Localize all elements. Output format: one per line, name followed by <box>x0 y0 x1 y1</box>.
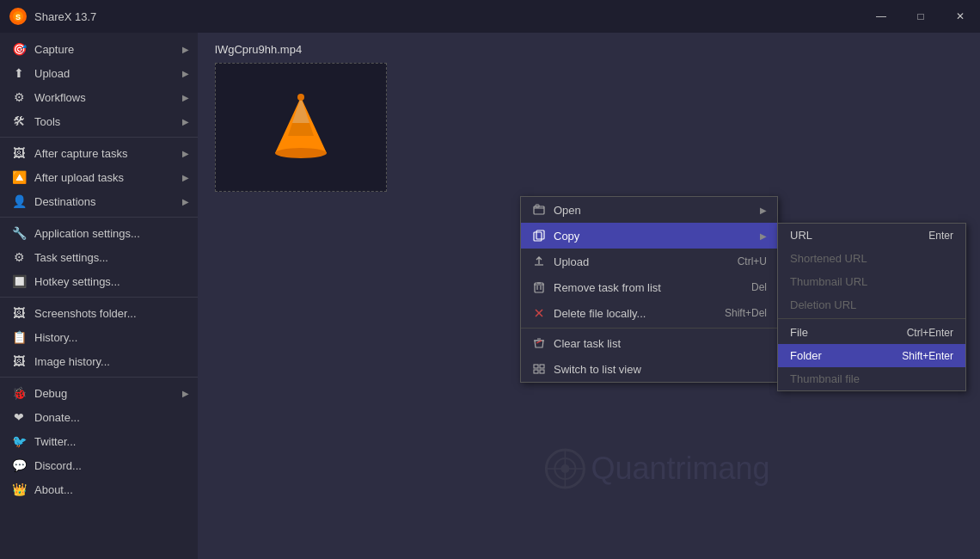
ctx-switch-view-label: Switch to list view <box>554 363 767 376</box>
copy-icon <box>531 228 547 243</box>
svg-point-9 <box>546 450 584 488</box>
svg-marker-6 <box>288 97 314 136</box>
ctx-open[interactable]: Open ▶ <box>521 197 777 223</box>
twitter-icon: 🐦 <box>10 434 28 448</box>
file-thumbnail <box>215 63 387 192</box>
sidebar-item-hotkey-settings[interactable]: 🔲 Hotkey settings... <box>0 269 198 293</box>
submenu-url-label: URL <box>790 229 928 242</box>
submenu-deletion-url: Deletion URL <box>778 293 965 316</box>
sidebar-item-image-history[interactable]: 🖼 Image history... <box>0 349 198 373</box>
svg-rect-23 <box>534 370 538 373</box>
after-capture-icon: 🖼 <box>10 146 28 160</box>
arrow-icon: ▶ <box>182 149 189 158</box>
content-area: lWgCpru9hh.mp4 <box>198 33 980 559</box>
history-icon: 📋 <box>10 330 28 344</box>
svg-rect-22 <box>540 365 544 368</box>
submenu-file-label: File <box>790 326 907 339</box>
svg-rect-24 <box>540 370 544 373</box>
ctx-delete-file[interactable]: Delete file locally... Shift+Del <box>521 300 777 326</box>
sidebar-label-tools: Tools <box>34 115 60 128</box>
maximize-button[interactable]: □ <box>901 0 940 33</box>
main-window: 🎯 Capture ▶ ⬆ Upload ▶ ⚙ Workflows ▶ 🛠 T… <box>0 33 980 559</box>
sidebar-item-donate[interactable]: ❤ Donate... <box>0 405 198 429</box>
submenu-url[interactable]: URL Enter <box>778 224 965 247</box>
svg-point-8 <box>297 94 304 101</box>
titlebar: S ShareX 13.7 — □ ✕ <box>0 0 980 33</box>
file-title: lWgCpru9hh.mp4 <box>215 43 963 56</box>
context-menu: Open ▶ Copy ▶ URL Enter Shortened URL <box>520 196 778 383</box>
destinations-icon: 👤 <box>10 194 28 208</box>
delete-file-icon <box>531 305 547 321</box>
ctx-upload-icon <box>531 254 547 269</box>
submenu-thumbnail-file: Thumbnail file <box>778 367 965 390</box>
app-logo: S <box>9 7 28 26</box>
submenu-thumbnail-file-label: Thumbnail file <box>790 372 953 385</box>
sidebar-divider-3 <box>0 297 198 298</box>
ctx-delete-file-label: Delete file locally... <box>554 307 707 320</box>
sidebar-item-app-settings[interactable]: 🔧 Application settings... <box>0 221 198 245</box>
sidebar-label-twitter: Twitter... <box>34 435 76 448</box>
svg-point-11 <box>560 464 569 473</box>
submenu-file-shortcut: Ctrl+Enter <box>907 327 953 339</box>
ctx-upload-shortcut: Ctrl+U <box>738 255 767 267</box>
sidebar-label-after-upload: After upload tasks <box>34 171 124 184</box>
ctx-clear-task-list[interactable]: Clear task list <box>521 330 777 356</box>
sidebar-item-debug[interactable]: 🐞 Debug ▶ <box>0 381 198 405</box>
switch-view-icon <box>531 361 547 377</box>
arrow-icon: ▶ <box>182 389 189 398</box>
sidebar-item-discord[interactable]: 💬 Discord... <box>0 453 198 477</box>
sidebar-item-history[interactable]: 📋 History... <box>0 325 198 349</box>
ctx-copy[interactable]: Copy ▶ URL Enter Shortened URL Thumbnail… <box>521 223 777 249</box>
workflows-icon: ⚙ <box>10 90 28 104</box>
submenu-shortened-url: Shortened URL <box>778 247 965 270</box>
arrow-icon: ▶ <box>182 117 189 126</box>
watermark-text: Quantrimang <box>591 451 769 487</box>
minimize-button[interactable]: — <box>861 0 901 33</box>
sidebar-label-capture: Capture <box>34 43 74 56</box>
sidebar-divider-2 <box>0 217 198 218</box>
sidebar-item-screenshots[interactable]: 🖼 Screenshots folder... <box>0 301 198 325</box>
submenu-folder-label: Folder <box>790 349 902 362</box>
submenu-folder[interactable]: Folder Shift+Enter <box>778 344 965 367</box>
sidebar-divider-4 <box>0 377 198 378</box>
sidebar-label-task-settings: Task settings... <box>34 251 108 264</box>
sidebar-label-image-history: Image history... <box>34 355 110 368</box>
sidebar-item-upload[interactable]: ⬆ Upload ▶ <box>0 61 198 85</box>
sidebar-item-task-settings[interactable]: ⚙ Task settings... <box>0 245 198 269</box>
ctx-delete-file-shortcut: Shift+Del <box>725 307 767 319</box>
upload-icon: ⬆ <box>10 66 28 80</box>
svg-point-7 <box>275 148 327 158</box>
sidebar-item-workflows[interactable]: ⚙ Workflows ▶ <box>0 85 198 109</box>
svg-point-10 <box>554 458 575 479</box>
ctx-upload[interactable]: Upload Ctrl+U <box>521 249 777 274</box>
open-icon <box>531 202 547 218</box>
sidebar-item-twitter[interactable]: 🐦 Twitter... <box>0 429 198 453</box>
ctx-clear-task-list-label: Clear task list <box>554 337 767 350</box>
ctx-switch-view[interactable]: Switch to list view <box>521 356 777 382</box>
sidebar-item-capture[interactable]: 🎯 Capture ▶ <box>0 37 198 61</box>
remove-task-icon <box>531 280 547 295</box>
submenu-thumbnail-url-label: Thumbnail URL <box>790 275 953 288</box>
sidebar-item-after-capture[interactable]: 🖼 After capture tasks ▶ <box>0 141 198 165</box>
vlc-cone-icon <box>266 93 335 162</box>
arrow-icon: ▶ <box>182 45 189 54</box>
after-upload-icon: 🔼 <box>10 170 28 184</box>
submenu-file[interactable]: File Ctrl+Enter <box>778 321 965 344</box>
submenu-folder-shortcut: Shift+Enter <box>902 350 953 362</box>
sidebar-label-screenshots: Screenshots folder... <box>34 307 137 320</box>
capture-icon: 🎯 <box>10 42 28 56</box>
arrow-icon: ▶ <box>182 173 189 182</box>
sidebar-label-after-capture: After capture tasks <box>34 147 127 160</box>
task-settings-icon: ⚙ <box>10 250 28 264</box>
ctx-remove-task[interactable]: Remove task from list Del <box>521 274 777 300</box>
sidebar-item-destinations[interactable]: 👤 Destinations ▶ <box>0 189 198 213</box>
sidebar-item-after-upload[interactable]: 🔼 After upload tasks ▶ <box>0 165 198 189</box>
close-button[interactable]: ✕ <box>940 0 980 33</box>
sidebar-item-tools[interactable]: 🛠 Tools ▶ <box>0 109 198 133</box>
ctx-upload-label: Upload <box>554 255 720 268</box>
file-section: lWgCpru9hh.mp4 <box>198 33 980 202</box>
ctx-divider <box>521 328 777 329</box>
sidebar-item-about[interactable]: 👑 About... <box>0 477 198 501</box>
submenu-thumbnail-url: Thumbnail URL <box>778 270 965 293</box>
discord-icon: 💬 <box>10 458 28 472</box>
